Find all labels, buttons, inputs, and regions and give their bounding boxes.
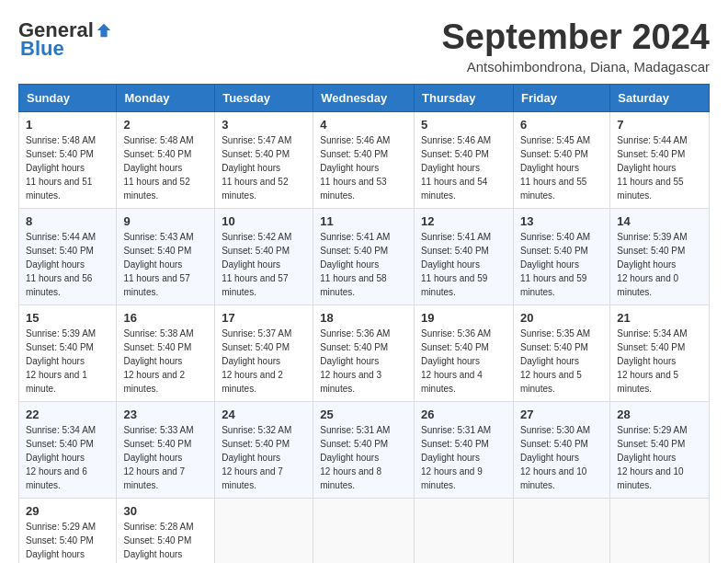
calendar-week-row: 1 Sunrise: 5:48 AMSunset: 5:40 PMDayligh…	[19, 111, 710, 208]
day-info: Sunrise: 5:44 AMSunset: 5:40 PMDaylight …	[26, 232, 96, 297]
day-number: 23	[123, 408, 208, 421]
day-header-saturday: Saturday	[610, 84, 710, 111]
calendar-cell: 9 Sunrise: 5:43 AMSunset: 5:40 PMDayligh…	[117, 208, 215, 304]
svg-marker-0	[97, 24, 110, 37]
day-info: Sunrise: 5:29 AMSunset: 5:40 PMDaylight …	[26, 522, 96, 563]
day-number: 2	[123, 118, 208, 132]
month-title: September 2024	[442, 18, 711, 57]
calendar-cell: 10 Sunrise: 5:42 AMSunset: 5:40 PMDaylig…	[215, 208, 313, 304]
day-info: Sunrise: 5:45 AMSunset: 5:40 PMDaylight …	[520, 135, 590, 201]
day-info: Sunrise: 5:37 AMSunset: 5:40 PMDaylight …	[222, 328, 291, 394]
calendar-cell: 4 Sunrise: 5:46 AMSunset: 5:40 PMDayligh…	[313, 111, 415, 208]
calendar-cell	[215, 498, 313, 563]
day-number: 1	[26, 118, 109, 132]
calendar-table: SundayMondayTuesdayWednesdayThursdayFrid…	[18, 84, 710, 563]
day-number: 3	[222, 118, 306, 132]
day-info: Sunrise: 5:28 AMSunset: 5:40 PMDaylight …	[123, 522, 193, 563]
calendar-cell: 17 Sunrise: 5:37 AMSunset: 5:40 PMDaylig…	[215, 304, 313, 401]
calendar-header-row: SundayMondayTuesdayWednesdayThursdayFrid…	[19, 84, 710, 111]
calendar-week-row: 29 Sunrise: 5:29 AMSunset: 5:40 PMDaylig…	[19, 498, 710, 563]
calendar-cell: 8 Sunrise: 5:44 AMSunset: 5:40 PMDayligh…	[19, 208, 117, 304]
day-info: Sunrise: 5:47 AMSunset: 5:40 PMDaylight …	[222, 135, 291, 201]
calendar-cell: 5 Sunrise: 5:46 AMSunset: 5:40 PMDayligh…	[415, 111, 514, 208]
day-number: 12	[421, 214, 506, 228]
day-number: 10	[222, 214, 306, 228]
calendar-cell: 23 Sunrise: 5:33 AMSunset: 5:40 PMDaylig…	[117, 401, 215, 498]
calendar-cell: 24 Sunrise: 5:32 AMSunset: 5:40 PMDaylig…	[215, 401, 313, 498]
calendar-cell: 18 Sunrise: 5:36 AMSunset: 5:40 PMDaylig…	[313, 304, 415, 401]
day-header-monday: Monday	[117, 84, 215, 111]
calendar-cell	[313, 498, 415, 563]
day-number: 29	[26, 504, 109, 518]
calendar-cell: 25 Sunrise: 5:31 AMSunset: 5:40 PMDaylig…	[313, 401, 415, 498]
day-info: Sunrise: 5:36 AMSunset: 5:40 PMDaylight …	[421, 328, 491, 394]
day-info: Sunrise: 5:31 AMSunset: 5:40 PMDaylight …	[320, 425, 390, 490]
calendar-cell: 11 Sunrise: 5:41 AMSunset: 5:40 PMDaylig…	[313, 208, 415, 304]
day-info: Sunrise: 5:34 AMSunset: 5:40 PMDaylight …	[26, 425, 96, 490]
day-info: Sunrise: 5:41 AMSunset: 5:40 PMDaylight …	[421, 232, 491, 297]
calendar-cell: 1 Sunrise: 5:48 AMSunset: 5:40 PMDayligh…	[19, 111, 117, 208]
calendar-cell: 12 Sunrise: 5:41 AMSunset: 5:40 PMDaylig…	[415, 208, 514, 304]
calendar-week-row: 22 Sunrise: 5:34 AMSunset: 5:40 PMDaylig…	[19, 401, 710, 498]
day-info: Sunrise: 5:41 AMSunset: 5:40 PMDaylight …	[320, 232, 390, 297]
day-info: Sunrise: 5:44 AMSunset: 5:40 PMDaylight …	[617, 135, 687, 201]
day-number: 21	[617, 311, 702, 325]
logo: General Blue	[18, 18, 112, 61]
day-info: Sunrise: 5:43 AMSunset: 5:40 PMDaylight …	[123, 232, 193, 297]
day-number: 24	[222, 408, 306, 421]
day-header-friday: Friday	[513, 84, 609, 111]
day-header-wednesday: Wednesday	[313, 84, 415, 111]
calendar-cell: 13 Sunrise: 5:40 AMSunset: 5:40 PMDaylig…	[513, 208, 609, 304]
day-number: 19	[421, 311, 506, 325]
calendar-cell: 28 Sunrise: 5:29 AMSunset: 5:40 PMDaylig…	[610, 401, 710, 498]
day-info: Sunrise: 5:32 AMSunset: 5:40 PMDaylight …	[222, 425, 291, 490]
calendar-cell	[610, 498, 710, 563]
calendar-week-row: 8 Sunrise: 5:44 AMSunset: 5:40 PMDayligh…	[19, 208, 710, 304]
day-header-tuesday: Tuesday	[215, 84, 313, 111]
day-number: 20	[520, 311, 603, 325]
day-header-thursday: Thursday	[415, 84, 514, 111]
calendar-cell	[415, 498, 514, 563]
calendar-cell: 22 Sunrise: 5:34 AMSunset: 5:40 PMDaylig…	[19, 401, 117, 498]
day-info: Sunrise: 5:30 AMSunset: 5:40 PMDaylight …	[520, 425, 590, 490]
day-info: Sunrise: 5:39 AMSunset: 5:40 PMDaylight …	[617, 232, 687, 297]
day-info: Sunrise: 5:46 AMSunset: 5:40 PMDaylight …	[320, 135, 390, 201]
calendar-cell: 6 Sunrise: 5:45 AMSunset: 5:40 PMDayligh…	[513, 111, 609, 208]
calendar-cell: 21 Sunrise: 5:34 AMSunset: 5:40 PMDaylig…	[610, 304, 710, 401]
calendar-cell: 2 Sunrise: 5:48 AMSunset: 5:40 PMDayligh…	[117, 111, 215, 208]
calendar-cell: 14 Sunrise: 5:39 AMSunset: 5:40 PMDaylig…	[610, 208, 710, 304]
calendar-cell: 7 Sunrise: 5:44 AMSunset: 5:40 PMDayligh…	[610, 111, 710, 208]
day-number: 5	[421, 118, 506, 132]
day-number: 26	[421, 408, 506, 421]
day-number: 30	[123, 504, 208, 518]
day-number: 17	[222, 311, 306, 325]
logo-blue-text: Blue	[20, 37, 64, 61]
calendar-cell: 19 Sunrise: 5:36 AMSunset: 5:40 PMDaylig…	[415, 304, 514, 401]
calendar-cell	[513, 498, 609, 563]
day-number: 15	[26, 311, 109, 325]
day-info: Sunrise: 5:40 AMSunset: 5:40 PMDaylight …	[520, 232, 590, 297]
day-number: 13	[520, 214, 603, 228]
location-subtitle: Antsohimbondrona, Diana, Madagascar	[442, 59, 711, 75]
day-number: 9	[123, 214, 208, 228]
day-number: 28	[617, 408, 702, 421]
calendar-week-row: 15 Sunrise: 5:39 AMSunset: 5:40 PMDaylig…	[19, 304, 710, 401]
calendar-cell: 20 Sunrise: 5:35 AMSunset: 5:40 PMDaylig…	[513, 304, 609, 401]
day-info: Sunrise: 5:48 AMSunset: 5:40 PMDaylight …	[26, 135, 96, 201]
day-number: 6	[520, 118, 603, 132]
day-info: Sunrise: 5:39 AMSunset: 5:40 PMDaylight …	[26, 328, 96, 394]
calendar-cell: 26 Sunrise: 5:31 AMSunset: 5:40 PMDaylig…	[415, 401, 514, 498]
calendar-cell: 15 Sunrise: 5:39 AMSunset: 5:40 PMDaylig…	[19, 304, 117, 401]
calendar-cell: 16 Sunrise: 5:38 AMSunset: 5:40 PMDaylig…	[117, 304, 215, 401]
day-number: 25	[320, 408, 407, 421]
day-info: Sunrise: 5:29 AMSunset: 5:40 PMDaylight …	[617, 425, 687, 490]
day-info: Sunrise: 5:34 AMSunset: 5:40 PMDaylight …	[617, 328, 687, 394]
day-number: 18	[320, 311, 407, 325]
day-info: Sunrise: 5:42 AMSunset: 5:40 PMDaylight …	[222, 232, 291, 297]
calendar-cell: 30 Sunrise: 5:28 AMSunset: 5:40 PMDaylig…	[117, 498, 215, 563]
logo-icon	[96, 22, 112, 39]
day-info: Sunrise: 5:38 AMSunset: 5:40 PMDaylight …	[123, 328, 193, 394]
day-number: 27	[520, 408, 603, 421]
title-block: September 2024 Antsohimbondrona, Diana, …	[442, 18, 711, 75]
day-header-sunday: Sunday	[19, 84, 117, 111]
